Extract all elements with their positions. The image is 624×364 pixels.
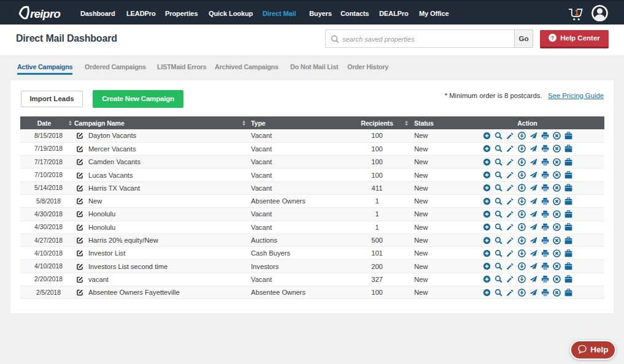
- svg-text:?: ?: [551, 35, 554, 41]
- svg-text:1: 1: [575, 9, 579, 17]
- svg-text:reipro: reipro: [30, 7, 60, 20]
